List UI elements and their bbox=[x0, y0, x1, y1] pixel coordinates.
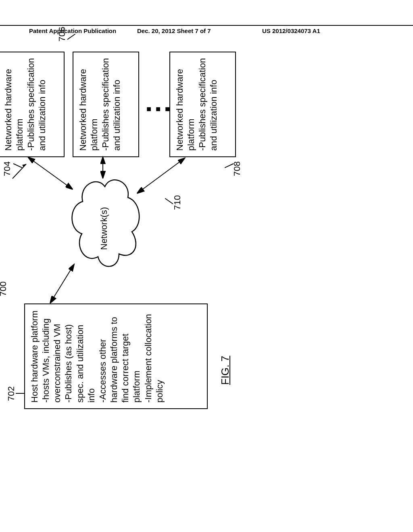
arrow-cloud-box2-icon bbox=[99, 155, 107, 179]
network-cloud-label: Network(s) bbox=[99, 207, 109, 250]
net-box-3-title: Networked hardware platform bbox=[174, 58, 197, 151]
ref-702: 702 bbox=[6, 386, 17, 401]
ref-704: 704 bbox=[2, 161, 13, 176]
host-box-title: Host hardware platform bbox=[29, 310, 40, 403]
ref-710: 710 bbox=[172, 195, 183, 210]
host-box-line-2: -Publishes (as host) spec. and utilizati… bbox=[63, 310, 97, 403]
host-box-line-3: -Accesses other hardware platforms to fi… bbox=[97, 310, 143, 403]
networked-platform-box-1: Networked hardware platform -Publishes s… bbox=[0, 52, 65, 157]
net-box-1-line: -Publishes specification and utilization… bbox=[25, 58, 48, 151]
ref-702-label: 702 bbox=[6, 386, 16, 401]
ref-710-label: 710 bbox=[172, 195, 182, 210]
header-left: Patent Application Publication bbox=[0, 27, 137, 34]
host-hardware-platform-box: Host hardware platform -hosts VMs, inclu… bbox=[24, 303, 208, 409]
ref-706: 706 bbox=[57, 27, 67, 42]
net-box-1-title: Networked hardware platform bbox=[3, 58, 25, 151]
svg-line-0 bbox=[50, 265, 74, 303]
arrow-cloud-box1-icon bbox=[26, 155, 75, 191]
net-box-2-title: Networked hardware platform bbox=[77, 58, 100, 151]
figure-caption: FIG. 7 bbox=[219, 356, 232, 385]
ref-700: 700 bbox=[0, 281, 8, 296]
header-right: US 2012/0324073 A1 bbox=[258, 27, 413, 34]
header-mid: Dec. 20, 2012 Sheet 7 of 7 bbox=[137, 27, 258, 34]
networked-platform-box-3: Networked hardware platform -Publishes s… bbox=[169, 52, 236, 157]
arrow-cloud-box3-icon bbox=[135, 155, 188, 195]
svg-line-1 bbox=[29, 158, 72, 189]
ref-700-arrow-icon bbox=[10, 162, 29, 180]
ellipsis-dots-icon: ■ ■ ■ bbox=[144, 101, 172, 112]
ref-706-leader-icon bbox=[67, 33, 75, 39]
figure-7: Host hardware platform -hosts VMs, inclu… bbox=[0, 127, 373, 409]
ref-704-label: 704 bbox=[2, 161, 12, 176]
ref-706-label: 706 bbox=[57, 27, 67, 42]
ref-702-leader-icon bbox=[16, 393, 25, 394]
arrow-host-cloud-icon bbox=[46, 263, 79, 303]
net-box-2-line: -Publishes specification and utilization… bbox=[100, 58, 123, 151]
ref-700-label: 700 bbox=[0, 281, 8, 296]
svg-line-3 bbox=[138, 158, 184, 193]
net-box-3-line: -Publishes specification and utilization… bbox=[197, 58, 219, 151]
host-box-line-1: -hosts VMs, including overconstrained VM bbox=[40, 310, 63, 403]
networked-platform-box-2: Networked hardware platform -Publishes s… bbox=[73, 52, 139, 157]
host-box-line-4: -Implement collocation policy bbox=[143, 310, 165, 403]
